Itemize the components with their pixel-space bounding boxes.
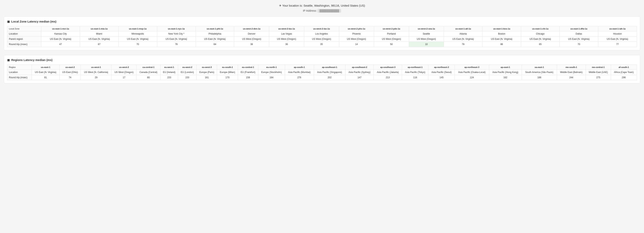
col-us-east-1-dfw-1a: us-east-1-dfw-1a xyxy=(560,27,598,31)
reg-ca-central-1-location: Canada (Central) xyxy=(136,70,160,75)
lz-iah-parent: US East (N. Virginia) xyxy=(598,37,637,42)
reg-eu-south-1-location: Europe (Milan) xyxy=(217,70,238,75)
lz-mci-location: Kansas City xyxy=(41,31,80,37)
lz-lax-roundtrip: 35 xyxy=(304,42,339,47)
lz-phx-roundtrip: 14 xyxy=(339,42,374,47)
table-icon: ▦ xyxy=(7,20,10,23)
header: ✈ Your location is: Seattle, Washington,… xyxy=(4,4,640,13)
reg-af-south-1-rt: 296 xyxy=(611,75,637,80)
col-eu-west-1: eu-west-1 xyxy=(160,65,178,70)
col-ap-southeast-2: ap-southeast-2 xyxy=(346,65,374,70)
reg-ap-east-1-location: Asia Pacific (Hong Kong) xyxy=(489,70,522,75)
lz-pdx-roundtrip: 50 xyxy=(374,42,409,47)
reg-ap-northeast-3-rt: 124 xyxy=(454,75,489,80)
lz-las-roundtrip: 36 xyxy=(269,42,304,47)
lz-bos-location: Boston xyxy=(482,31,521,37)
local-zone-table-container: Local Zone us-east-1-mci-1a us-east-1-mi… xyxy=(7,26,637,47)
lz-iah-location: Houston xyxy=(598,31,637,37)
col-us-west-1: us-west-1 xyxy=(81,65,112,70)
lz-sea-parent: US West (Oregon) xyxy=(409,37,444,42)
lz-den-parent: US West (Oregon) xyxy=(234,37,269,42)
reg-us-west-2-location: US West (Oregon) xyxy=(112,70,136,75)
lz-phl-roundtrip: 84 xyxy=(196,42,234,47)
lz-phx-location: Phoenix xyxy=(339,31,374,37)
reg-eu-central-1-rt: 158 xyxy=(238,75,258,80)
reg-eu-north-1-rt: 184 xyxy=(258,75,285,80)
col-sa-east-1: sa-east-1 xyxy=(522,65,557,70)
reg-ap-northeast-2-location: Asia Pacific (Seoul) xyxy=(428,70,455,75)
reg-ap-southeast-2-location: Asia Pacific (Sydney) xyxy=(346,70,374,75)
lz-dfw-roundtrip: 70 xyxy=(560,42,598,47)
reg-ap-south-1-rt: 276 xyxy=(285,75,314,80)
reg-eu-north-1-location: Europe (Stockholm) xyxy=(258,70,285,75)
lz-las-parent: US West (Oregon) xyxy=(269,37,304,42)
col-ap-southeast-1: ap-southeast-1 xyxy=(314,65,346,70)
local-zone-title: ▦ Local Zone Latency median (ms) xyxy=(7,20,637,23)
reg-ap-southeast-3-location: Asia Pacific (Jakarta) xyxy=(374,70,402,75)
reg-ap-east-1-rt: 162 xyxy=(489,75,522,80)
local-zone-title-text: Local Zone Latency median (ms) xyxy=(11,20,56,23)
reg-ap-northeast-1-location: Asia Pacific (Tokyo) xyxy=(402,70,428,75)
lz-parent-label: Parent region xyxy=(7,37,41,42)
col-us-east-1-atl-1a: us-east-1-atl-1a xyxy=(444,27,482,31)
reg-me-south-1-location: Middle East (Bahrain) xyxy=(557,70,586,75)
reg-eu-south-1-rt: 170 xyxy=(217,75,238,80)
reg-us-east-1-rt: 81 xyxy=(32,75,59,80)
col-us-east-1-nyc-1a: us-east-1-nyc-1a xyxy=(157,27,196,31)
col-us-east-1-chi-1a: us-east-1-chi-1a xyxy=(521,27,560,31)
ip-address-row: IP Address: ███████████ xyxy=(4,9,640,13)
col-ap-southeast-3: ap-southeast-3 xyxy=(374,65,402,70)
reg-me-central-1-location: Middle East (UAE) xyxy=(586,70,611,75)
table-icon-2: ▦ xyxy=(7,59,10,62)
local-zone-header-row: Local Zone us-east-1-mci-1a us-east-1-mi… xyxy=(7,27,637,31)
reg-ap-southeast-1-rt: 202 xyxy=(314,75,346,80)
lz-msp-parent: US East (N. Virginia) xyxy=(118,37,157,42)
reg-ap-southeast-2-rt: 147 xyxy=(346,75,374,80)
reg-eu-west-2-rt: 153 xyxy=(178,75,196,80)
reg-eu-west-1-location: EU (Ireland) xyxy=(160,70,178,75)
lz-den-roundtrip: 38 xyxy=(234,42,269,47)
reg-af-south-1-location: Africa (Cape Town) xyxy=(611,70,637,75)
lz-lax-parent: US West (Oregon) xyxy=(304,37,339,42)
col-ap-south-1: ap-south-1 xyxy=(285,65,314,70)
reg-location-label: Location xyxy=(7,70,32,75)
lz-nyc-roundtrip: 78 xyxy=(157,42,196,47)
lz-chi-roundtrip: 65 xyxy=(521,42,560,47)
col-us-west-2-lax-1a: us-west-2-lax-1a xyxy=(304,27,339,31)
col-us-east-2: us-east-2 xyxy=(59,65,81,70)
col-eu-south-1: eu-south-1 xyxy=(217,65,238,70)
regions-title: ▦ Regions Latency median (ms) xyxy=(7,58,637,62)
lz-dfw-location: Dallas xyxy=(560,31,598,37)
col-us-east-1-mia-1a: us-east-1-mia-1a xyxy=(80,27,118,31)
reg-eu-central-1-location: EU (Frankfurt) xyxy=(238,70,258,75)
reg-eu-west-1-rt: 153 xyxy=(160,75,178,80)
reg-location-row: Location US East (N. Virginia) US East (… xyxy=(7,70,637,75)
col-us-west-2: us-west-2 xyxy=(112,65,136,70)
reg-roundtrip-row: Round trip (msec) 81 74 29 17 80 153 153… xyxy=(7,75,637,80)
reg-ap-northeast-2-rt: 145 xyxy=(428,75,455,80)
lz-atl-location: Atlanta xyxy=(444,31,482,37)
col-us-east-1-msp-1a: us-east-1-msp-1a xyxy=(118,27,157,31)
lz-location-row: Location Kansas City Miami Minneapolis N… xyxy=(7,31,637,37)
lz-pdx-parent: US West (Oregon) xyxy=(374,37,409,42)
lz-pdx-location: Portland xyxy=(374,31,409,37)
col-us-east-1-mci-1a: us-east-1-mci-1a xyxy=(41,27,80,31)
col-ap-northeast-1: ap-northeast-1 xyxy=(402,65,428,70)
lz-lax-location: Los Angeles xyxy=(304,31,339,37)
regions-card: ▦ Regions Latency median (ms) Region us-… xyxy=(4,55,640,84)
reg-us-west-1-rt: 29 xyxy=(81,75,112,80)
lz-nyc-parent: US East (N. Virginia) xyxy=(157,37,196,42)
reg-ap-northeast-3-location: Asia Pacific (Osaka-Local) xyxy=(454,70,489,75)
regions-table-container: Region us-east-1 us-east-2 us-west-1 us-… xyxy=(7,65,637,80)
lz-sea-roundtrip: 10 xyxy=(409,42,444,47)
reg-sa-east-1-location: South America (São Paulo) xyxy=(522,70,557,75)
lz-bos-roundtrip: 86 xyxy=(482,42,521,47)
reg-us-east-2-location: US East (Ohio) xyxy=(59,70,81,75)
lz-parent-row: Parent region US East (N. Virginia) US E… xyxy=(7,37,637,42)
col-ap-northeast-3: ap-northeast-3 xyxy=(454,65,489,70)
lz-chi-location: Chicago xyxy=(521,31,560,37)
reg-eu-west-3-rt: 161 xyxy=(196,75,217,80)
ip-label: IP Address: xyxy=(303,9,317,12)
col-us-east-1-bos-1a: us-east-1-bos-1a xyxy=(482,27,521,31)
reg-us-east-2-rt: 74 xyxy=(59,75,81,80)
